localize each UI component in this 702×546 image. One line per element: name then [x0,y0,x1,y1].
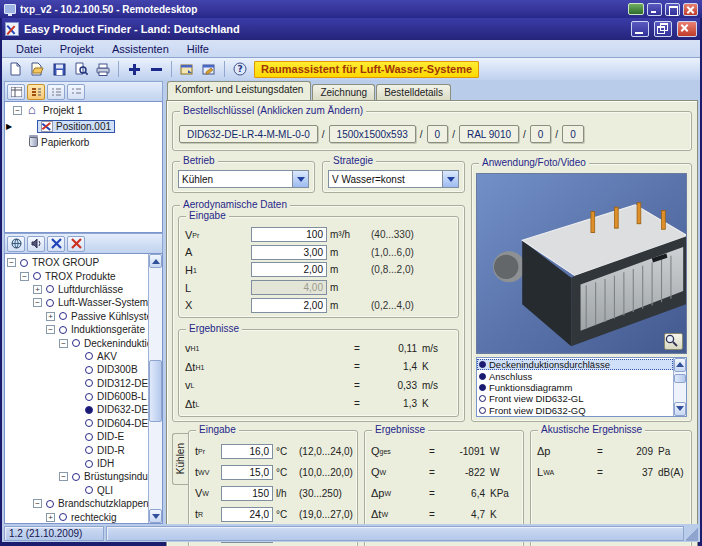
menu-item[interactable]: Datei [8,42,50,56]
tree-expander[interactable]: − [13,106,22,115]
new-document-icon[interactable] [5,60,25,79]
speaker-icon[interactable] [27,236,45,252]
product-tree-item[interactable]: AKV [7,350,148,363]
details-view-icon[interactable] [7,84,25,100]
settings-icon[interactable] [199,60,219,79]
media-list-item[interactable]: Front view DID632-GL [477,393,673,404]
order-code-button[interactable]: 0 [427,125,449,143]
tree-expander[interactable]: − [7,258,16,267]
tab[interactable]: Zeichnung [312,84,375,100]
menu-item[interactable]: Hilfe [179,42,217,56]
scroll-down-icon[interactable] [149,509,162,523]
project-tree-item[interactable]: ▶ Position.001 [5,118,162,134]
value-input[interactable]: 100 [251,227,327,242]
product-tree-item[interactable]: DID-E [7,430,148,443]
product-tree-item[interactable]: − Deckeninduktionsdur [7,336,148,349]
order-code-button[interactable]: RAL 9010 [459,125,519,143]
tree-expander[interactable]: − [59,339,68,348]
value-input[interactable]: 16,0 [221,444,273,459]
help-icon[interactable]: ? [230,60,250,79]
tab-kuehlen[interactable]: Kühlen [172,433,188,485]
product-tree-scrollbar[interactable] [148,254,162,523]
product-tree-item[interactable]: DID604-DE [7,417,148,430]
product-tree-item[interactable]: + Passive Kühlsysteme [7,310,148,323]
product-x-red-icon[interactable] [67,236,85,252]
tree-expander[interactable]: − [59,472,68,481]
product-tree-item[interactable]: DID312-DE [7,377,148,390]
product-tree-item[interactable]: − Induktionsgeräte [7,323,148,336]
app-restore-button[interactable] [654,21,672,37]
tree-expander[interactable]: − [46,325,55,334]
product-tree-item[interactable]: − TROX Produkte [7,269,148,282]
value-input[interactable]: 150 [221,486,273,501]
product-tree-item[interactable]: DID-R [7,443,148,456]
value-input[interactable]: 4,00 [251,280,327,295]
media-list-item[interactable]: Deckeninduktionsdurchlässe [477,359,673,370]
print-preview-icon[interactable] [71,60,91,79]
menu-item[interactable]: Assistenten [104,42,177,56]
tree-view-icon[interactable] [27,84,45,100]
scroll-down-icon[interactable] [674,402,686,416]
magnifier-icon[interactable] [664,333,683,350]
order-code-button[interactable]: DID632-DE-LR-4-M-ML-0-0 [179,125,318,143]
save-icon[interactable] [49,60,69,79]
rdp-connection-icon[interactable] [628,3,644,15]
project-tree-item[interactable]: − Projekt 1 [5,102,162,118]
product-tree-item[interactable]: − Luft-Wasser-Systeme [7,296,148,309]
chevron-down-icon[interactable] [442,171,458,187]
product-x-blue-icon[interactable] [47,236,65,252]
tree-expander[interactable]: + [46,513,55,522]
product-tree-item[interactable]: − TROX GROUP [7,256,148,269]
rdp-close-button[interactable] [683,3,698,16]
remove-icon[interactable] [146,60,166,79]
resize-grip[interactable] [686,526,698,541]
app-close-button[interactable] [677,21,697,37]
window-icon[interactable] [177,60,197,79]
value-input[interactable]: 24,0 [221,507,273,522]
value-input[interactable]: 2,00 [251,298,327,313]
betrieb-select[interactable]: Kühlen [178,170,309,188]
media-list-item[interactable]: Anschluss [477,370,673,381]
media-list-item[interactable]: Funktionsdiagramm [477,382,673,393]
media-list-item[interactable]: Front view DID632-GQ [477,405,673,416]
product-tree-item[interactable]: DID300B [7,363,148,376]
strategie-select[interactable]: V Wasser=konst [328,170,459,188]
tree-expander[interactable]: + [46,312,55,321]
rdp-maximize-button[interactable] [665,3,680,16]
tree-expander[interactable]: − [20,272,29,281]
add-icon[interactable] [124,60,144,79]
assistant-button[interactable]: Raumassistent für Luft-Wasser-Systeme [254,61,479,78]
open-icon[interactable] [27,60,47,79]
product-tree-item[interactable]: DID600B-L [7,390,148,403]
small-list-view-icon[interactable] [67,84,85,100]
media-list-scrollbar[interactable] [673,358,686,416]
value-input[interactable]: 15,0 [221,465,273,480]
product-tree-item[interactable]: + rechteckig [7,510,148,523]
tab[interactable]: Bestelldetails [376,84,451,100]
rdp-minimize-button[interactable] [647,3,662,16]
scroll-up-icon[interactable] [149,254,162,268]
order-code-button[interactable]: 0 [562,125,584,143]
project-tree-item[interactable]: Papierkorb [5,134,162,150]
app-minimize-button[interactable] [631,21,649,37]
scroll-up-icon[interactable] [674,358,686,372]
product-tree-item[interactable]: QLI [7,484,148,497]
product-tree-item[interactable]: IDH [7,457,148,470]
value-input[interactable]: 3,00 [251,245,327,260]
list-view-icon[interactable] [47,84,65,100]
product-tree-item[interactable]: − Brandschutzklappen [7,497,148,510]
value-input[interactable]: 2,00 [251,262,327,277]
order-code-button[interactable]: 0 [530,125,552,143]
globe-icon[interactable] [7,236,25,252]
tree-expander[interactable]: − [33,298,42,307]
product-tree-item[interactable]: + Luftdurchlässe [7,283,148,296]
chevron-down-icon[interactable] [292,171,308,187]
product-tree-item[interactable]: DID632-DE [7,403,148,416]
tree-expander[interactable]: − [33,499,42,508]
tree-expander[interactable]: + [33,285,42,294]
product-tree-item[interactable]: − Brüstungsinduktionsg [7,470,148,483]
order-code-button[interactable]: 1500x1500x593 [329,125,416,143]
print-icon[interactable] [93,60,113,79]
tab[interactable]: Komfort- und Leistungsdaten [167,81,311,100]
menu-item[interactable]: Projekt [52,42,102,56]
